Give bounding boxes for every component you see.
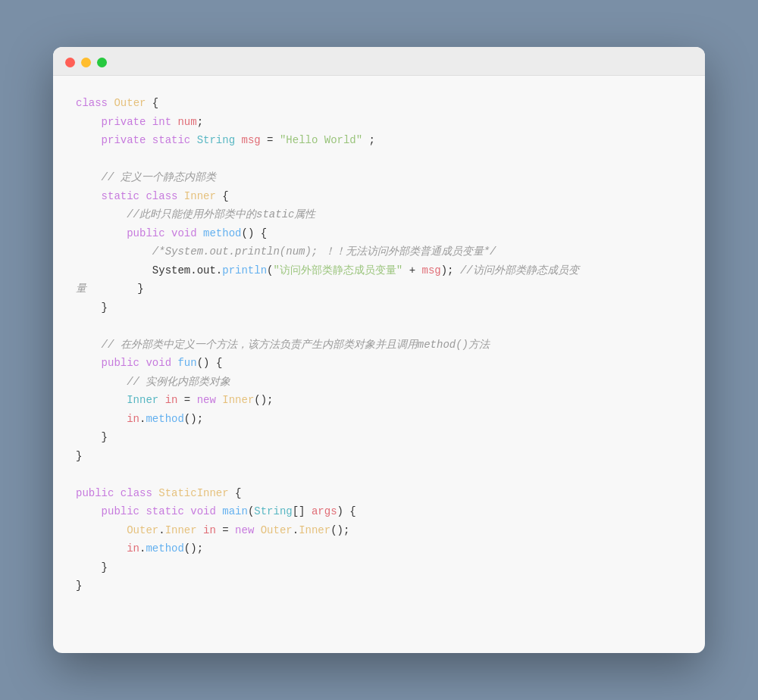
titlebar [53, 47, 705, 76]
minimize-button[interactable] [81, 58, 91, 67]
maximize-button[interactable] [97, 58, 107, 67]
code-editor: class Outer { private int num; private s… [53, 76, 705, 618]
code-window: class Outer { private int num; private s… [53, 47, 705, 653]
close-button[interactable] [65, 58, 75, 67]
